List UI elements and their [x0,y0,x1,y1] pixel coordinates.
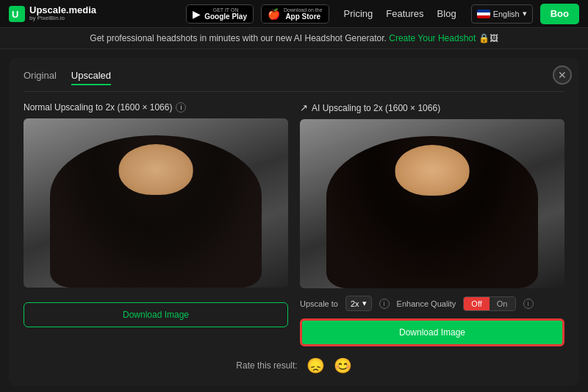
enhance-label: Enhance Quality [397,299,456,308]
nav-links: Pricing Features Blog [344,8,456,19]
google-play-text: GET IT ON Google Play [204,7,247,21]
rate-row: Rate this result: 😞 😊 [24,357,564,374]
close-icon: ✕ [558,69,567,81]
ai-woman-image [300,119,564,288]
tab-original[interactable]: Original [24,70,57,85]
language-selector[interactable]: English ▾ [471,4,533,24]
enhance-quality-toggle: Off On [463,296,515,311]
upscale-dropdown-icon: ▾ [362,299,367,308]
enhance-off-button[interactable]: Off [464,297,489,310]
close-button[interactable]: ✕ [553,65,572,85]
enhance-on-button[interactable]: On [490,297,515,310]
main-content: ✕ Original Upscaled Normal Upscaling to … [9,58,579,386]
upscale-info-icon[interactable]: i [379,299,390,309]
app-store-text: Download on the App Store [284,7,323,21]
nav-pricing[interactable]: Pricing [344,8,373,19]
app-store-button[interactable]: 🍎 Download on the App Store [261,4,329,24]
boost-button[interactable]: Boo [540,4,579,24]
normal-info-icon[interactable]: i [176,102,186,113]
lang-label: English [493,10,520,18]
face-shape-ai [395,145,470,196]
comparison-panels: Normal Upscaling to 2x (1600 × 1066) i D… [24,102,564,346]
upscale-select[interactable]: 2x ▾ [345,296,372,311]
panel-ai: ↗ AI Upscaling to 2x (1600 × 1066) Upsca… [300,102,564,346]
ai-download-button[interactable]: Download Image [300,318,564,346]
logo-main-text: Upscale.media [29,5,96,15]
google-play-icon: ▶ [193,8,201,20]
normal-download-button[interactable]: Download Image [24,302,288,327]
sad-rating-button[interactable]: 😞 [306,357,325,374]
banner-text: Get professional headshots in minutes wi… [90,33,387,43]
rate-label: Rate this result: [236,360,297,371]
header: U Upscale.media by PixelBin.io ▶ GET IT … [0,0,588,28]
chevron-down-icon: ▾ [523,9,527,18]
panel-ai-title: ↗ AI Upscaling to 2x (1600 × 1066) [300,102,564,113]
panel-normal-title: Normal Upscaling to 2x (1600 × 1066) i [24,102,288,113]
logo-area: U Upscale.media by PixelBin.io [9,5,96,22]
flag-icon [477,10,490,18]
banner: Get professional headshots in minutes wi… [0,28,588,49]
logo-sub-text: by PixelBin.io [29,15,96,22]
enhance-info-icon[interactable]: i [523,299,534,309]
normal-woman-image [24,118,288,288]
banner-icons: 🔒🖼 [478,33,498,43]
google-play-button[interactable]: ▶ GET IT ON Google Play [186,4,254,24]
logo-icon: U [9,6,25,22]
ai-image-box [300,119,564,288]
create-headshot-link[interactable]: Create Your Headshot [389,33,476,43]
normal-image-box [24,118,288,288]
ai-title-text: AI Upscaling to 2x (1600 × 1066) [312,103,440,113]
nav-blog[interactable]: Blog [437,8,456,19]
svg-text:U: U [12,9,18,20]
nav-features[interactable]: Features [386,8,423,19]
face-shape [119,144,193,195]
upscale-value: 2x [351,299,359,308]
happy-rating-button[interactable]: 😊 [334,357,352,374]
normal-title-text: Normal Upscaling to 2x (1600 × 1066) [24,102,172,113]
logo-text: Upscale.media by PixelBin.io [29,5,96,22]
tabs: Original Upscaled [24,70,564,92]
ai-controls: Upscale to 2x ▾ i Enhance Quality Off On… [300,296,564,311]
apple-icon: 🍎 [268,8,280,20]
upscale-label: Upscale to [300,299,338,308]
ai-upscale-icon: ↗ [300,102,308,113]
panel-normal: Normal Upscaling to 2x (1600 × 1066) i D… [24,102,288,346]
tab-upscaled[interactable]: Upscaled [71,70,111,85]
